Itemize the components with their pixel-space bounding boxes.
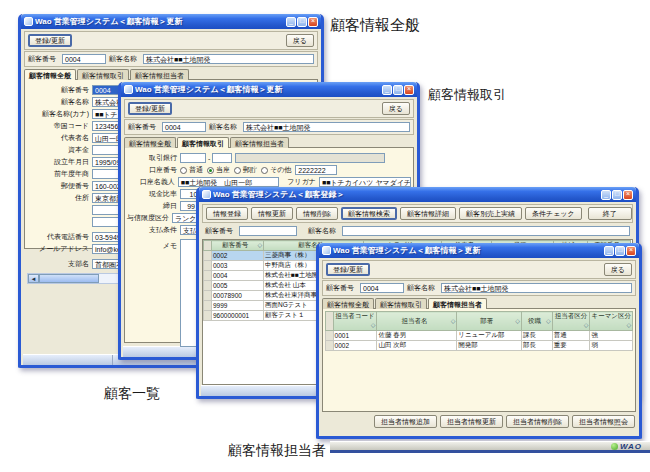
back-button[interactable]: 戻る xyxy=(286,34,314,47)
maximize-button[interactable]: □ xyxy=(393,85,403,95)
table-cell: 0001 xyxy=(333,331,377,341)
radio-label: その他 xyxy=(270,165,291,175)
close-button[interactable]: × xyxy=(308,17,318,27)
register-update-button[interactable]: 登録/更新 xyxy=(326,263,370,276)
staff-action-button-3[interactable]: 担当者情報削除 xyxy=(506,415,569,428)
staff-panel: 担当者コード◇担当者名◇部署◇役職◇担当者区分◇キーマン区分◇0001佐藤 春男… xyxy=(322,308,636,412)
toolbar-button-7[interactable]: 条件チェック xyxy=(525,207,582,220)
tab-trade[interactable]: 顧客情報取引 xyxy=(375,298,427,309)
customer-no-field[interactable]: 0004 xyxy=(360,283,404,293)
window-title: Wao 営業管理システム＜顧客情報＞更新 xyxy=(35,16,284,27)
close-button[interactable]: × xyxy=(404,85,414,95)
minimize-button[interactable]: _ xyxy=(601,190,611,200)
table-cell: 00078900 xyxy=(212,291,264,301)
scroll-thumb[interactable] xyxy=(39,274,99,283)
maximize-button[interactable]: □ xyxy=(615,246,625,256)
customer-name-field[interactable]: 株式会社■■土地開発 xyxy=(143,54,314,64)
toolbar-button-5[interactable]: 顧客情報詳細 xyxy=(400,207,456,220)
account-no-input[interactable]: 2222222 xyxy=(295,165,337,175)
staff-action-button-2[interactable]: 担当者情報更新 xyxy=(440,415,503,428)
radio-icon[interactable] xyxy=(207,167,214,174)
tab-trade[interactable]: 顧客情報取引 xyxy=(77,69,129,80)
staff-action-button-4[interactable]: 担当者情報照会 xyxy=(572,415,635,428)
register-update-button[interactable]: 登録/更新 xyxy=(28,34,72,47)
column-header[interactable]: 担当者名◇ xyxy=(377,312,457,331)
titlebar[interactable]: Wao 営業管理システム＜顧客情報＞更新 _ □ × xyxy=(319,243,639,258)
bank-code2-input[interactable] xyxy=(212,153,232,163)
back-button[interactable]: 戻る xyxy=(382,102,410,115)
window-title: Wao 営業管理システム＜顧客登録＞ xyxy=(213,189,599,200)
toolbar-button-2[interactable]: 情報更新 xyxy=(251,207,293,220)
close-button[interactable]: × xyxy=(623,190,633,200)
staff-action-button-1[interactable]: 担当者情報追加 xyxy=(374,415,437,428)
minimize-button[interactable]: _ xyxy=(286,17,296,27)
titlebar[interactable]: Wao 営業管理システム＜顧客情報＞更新 _ □ × xyxy=(21,14,321,29)
scroll-left-icon[interactable]: ◄ xyxy=(28,274,39,283)
sort-icon[interactable]: ◇ xyxy=(451,317,456,326)
back-button[interactable]: 戻る xyxy=(604,263,632,276)
staff-row[interactable]: 0002山田 次郎開発部部長重要弱 xyxy=(326,341,633,351)
app-icon xyxy=(202,190,211,199)
column-header[interactable]: 部署◇ xyxy=(457,312,522,331)
sort-icon[interactable]: ◇ xyxy=(546,317,551,326)
sort-icon[interactable]: ◇ xyxy=(584,321,589,330)
minimize-button[interactable]: _ xyxy=(382,85,392,95)
customer-name-field[interactable]: 株式会社■■土地開発 xyxy=(243,122,410,132)
app-icon xyxy=(24,17,33,26)
customer-name-field[interactable]: 株式会社■■土地開発 xyxy=(441,283,632,293)
toolbar-button-1[interactable]: 情報登録 xyxy=(206,207,248,220)
tab-general[interactable]: 顧客情報全般 xyxy=(322,298,374,309)
window-customer-staff: Wao 営業管理システム＜顧客情報＞更新 _ □ × 登録/更新 戻る 顧客番号… xyxy=(316,243,642,439)
column-header[interactable]: 担当者コード◇ xyxy=(333,312,377,331)
column-header[interactable]: キーマン区分◇ xyxy=(590,312,633,331)
toolbar-button-3[interactable]: 情報削除 xyxy=(296,207,338,220)
titlebar[interactable]: Wao 営業管理システム＜顧客情報＞更新 _ □ × xyxy=(121,82,417,97)
column-header[interactable]: 役職◇ xyxy=(521,312,552,331)
maximize-button[interactable]: □ xyxy=(612,190,622,200)
account-type-radio[interactable]: 当座 xyxy=(207,165,230,175)
tab-general[interactable]: 顧客情報全般 xyxy=(24,69,76,80)
app-icon xyxy=(124,85,133,94)
sort-icon[interactable]: ◇ xyxy=(257,241,262,250)
table-cell: 9999 xyxy=(212,301,264,311)
radio-icon[interactable] xyxy=(261,167,268,174)
tab-staff[interactable]: 顧客情報担当者 xyxy=(428,298,487,309)
account-type-radio[interactable]: 郵貯 xyxy=(234,165,257,175)
tab-staff[interactable]: 顧客情報担当者 xyxy=(230,137,289,148)
tab-trade[interactable]: 顧客情報取引 xyxy=(177,137,229,148)
radio-label: 普通 xyxy=(189,165,203,175)
bank-code1-input[interactable] xyxy=(180,153,206,163)
wao-logo-icon xyxy=(611,443,618,450)
customer-no-field[interactable]: 0004 xyxy=(62,54,106,64)
sort-icon[interactable]: ◇ xyxy=(626,321,631,330)
column-header[interactable]: 顧客番号◇ xyxy=(212,241,264,251)
account-type-radio[interactable]: 普通 xyxy=(180,165,203,175)
customer-no-field[interactable]: 0004 xyxy=(162,122,206,132)
table-cell: 重要 xyxy=(552,341,590,351)
holder-input[interactable]: ■■土地開発 山田一郎 xyxy=(178,177,280,187)
minimize-button[interactable]: _ xyxy=(604,246,614,256)
maximize-button[interactable]: □ xyxy=(297,17,307,27)
account-type-radio[interactable]: その他 xyxy=(261,165,291,175)
table-cell: 0003 xyxy=(212,261,264,271)
staff-row[interactable]: 0001佐藤 春男リニューアル部課長普通強 xyxy=(326,331,633,341)
sort-icon[interactable]: ◇ xyxy=(371,321,376,330)
tab-staff[interactable]: 顧客情報担当者 xyxy=(130,69,189,80)
titlebar[interactable]: Wao 営業管理システム＜顧客登録＞ _ □ × xyxy=(199,187,636,202)
annotation-staff: 顧客情報担当者 xyxy=(228,442,326,460)
table-cell: 山田 次郎 xyxy=(377,341,457,351)
tab-general[interactable]: 顧客情報全般 xyxy=(124,137,176,148)
search-customer-no-input[interactable] xyxy=(239,226,297,236)
furigana-input[interactable]: ■■トチカイハツ ヤマダイチロウ xyxy=(319,177,411,187)
toolbar-button-6[interactable]: 顧客別売上実績 xyxy=(459,207,522,220)
sort-icon[interactable]: ◇ xyxy=(515,317,520,326)
toolbar-button-4[interactable]: 顧客情報検索 xyxy=(341,207,397,220)
column-header[interactable]: 担当者区分◇ xyxy=(552,312,590,331)
field-label: 顧客番号 xyxy=(27,85,89,95)
register-update-button[interactable]: 登録/更新 xyxy=(128,102,172,115)
search-customer-name-input[interactable] xyxy=(342,226,630,236)
radio-icon[interactable] xyxy=(180,167,187,174)
exit-button[interactable]: 終了 xyxy=(588,207,632,220)
close-button[interactable]: × xyxy=(626,246,636,256)
radio-icon[interactable] xyxy=(234,167,241,174)
